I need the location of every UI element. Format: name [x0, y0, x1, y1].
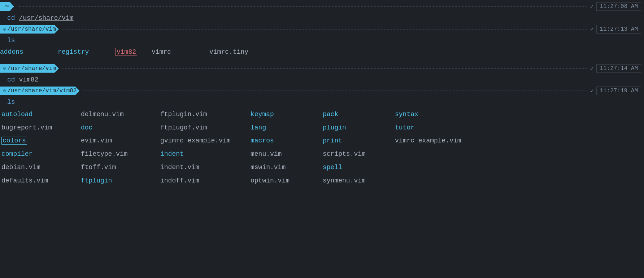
output-2: addons registry vim82 vimrc vimrc.tiny — [0, 45, 644, 62]
prompt-right-4: ✓ 11:27:19 AM — [590, 87, 641, 95]
prompt-bar-3: ⊘ /usr/share/vim ✓ 11:27:14 AM — [0, 62, 644, 75]
output-row-4-6: defaults.vim ftplugin indoff.vim optwin.… — [0, 174, 644, 187]
dotted-separator-1 — [18, 6, 587, 7]
item-doc: doc — [79, 122, 148, 134]
output-row-4-2: bugreport.vim doc ftplugof.vim lang plug… — [0, 121, 644, 134]
item-syntax: syntax — [393, 109, 420, 120]
dotted-separator-4 — [83, 91, 586, 91]
item-print: print — [321, 135, 383, 147]
item-tutor: tutor — [393, 122, 416, 134]
command-block-2: ⊘ /usr/share/vim ✓ 11:27:13 AM ls addons… — [0, 23, 644, 62]
item-evim: evim.vim — [79, 135, 148, 147]
circle-icon-4: ⊘ — [3, 88, 6, 94]
item-ftplugin-vim: ftplugin.vim — [159, 109, 238, 120]
path-prompt-4: ⊘ /usr/share/vim/vim82 — [0, 87, 79, 95]
item-plugin: plugin — [321, 122, 383, 134]
item-spell: spell — [321, 162, 383, 173]
item-scripts: scripts.vim — [321, 148, 383, 160]
item-vim82: vim82 — [116, 47, 137, 57]
cmd-text-3: cd — [7, 76, 15, 83]
output-row-2: addons registry vim82 vimrc vimrc.tiny — [0, 46, 644, 58]
item-indoff: indoff.vim — [159, 175, 238, 187]
output-row-4-5: debian.vim ftoff.vim indent.vim mswin.vi… — [0, 161, 644, 174]
item-debian: debian.vim — [0, 162, 69, 173]
checkmark-3: ✓ — [590, 65, 594, 72]
prompt-bar-4: ⊘ /usr/share/vim/vim82 ✓ 11:27:19 AM — [0, 85, 644, 97]
item-registry: registry — [58, 47, 101, 57]
item-keymap: keymap — [249, 109, 310, 120]
command-line-4: ls — [0, 97, 644, 107]
item-optwin: optwin.vim — [249, 175, 310, 187]
cmd-arg-1: /usr/share/vim — [19, 14, 73, 22]
item-mswin: mswin.vim — [249, 162, 310, 173]
path-text-3: /usr/share/vim — [7, 65, 56, 72]
tilde-icon: ~ — [0, 2, 14, 11]
item-compiler: compiler — [0, 148, 69, 160]
item-defaults: defaults.vim — [0, 175, 69, 187]
item-delmenu: delmenu.vim — [79, 109, 148, 120]
item-empty-6 — [393, 175, 396, 187]
timestamp-1: 11:27:08 AM — [596, 2, 641, 11]
item-bugreport: bugreport.vim — [0, 122, 69, 134]
prompt-bar-2: ⊘ /usr/share/vim ✓ 11:27:13 AM — [0, 23, 644, 35]
cmd-text-2: ls — [7, 37, 15, 44]
prompt-right-1: ✓ 11:27:08 AM — [590, 2, 641, 11]
item-autoload: autoload — [0, 109, 69, 120]
prompt-left-4: ⊘ /usr/share/vim/vim82 — [0, 87, 79, 95]
item-vimrc: vimrc — [152, 47, 195, 57]
prompt-right-3: ✓ 11:27:14 AM — [590, 64, 641, 73]
prompt-left-3: ⊘ /usr/share/vim — [0, 64, 59, 73]
path-prompt-3: ⊘ /usr/share/vim — [0, 64, 59, 73]
item-ftplugin-dir: ftplugin — [79, 175, 148, 187]
dotted-separator-3 — [62, 68, 587, 69]
command-line-3: cd vim82 — [0, 75, 644, 85]
output-row-4-4: compiler filetype.vim indent menu.vim sc… — [0, 147, 644, 161]
item-macros: macros — [249, 135, 310, 147]
item-ftplugof: ftplugof.vim — [159, 122, 238, 134]
output-row-4-1: autoload delmenu.vim ftplugin.vim keymap… — [0, 108, 644, 121]
command-block-3: ⊘ /usr/share/vim ✓ 11:27:14 AM cd vim82 — [0, 62, 644, 85]
command-block-4: ⊘ /usr/share/vim/vim82 ✓ 11:27:19 AM ls … — [0, 85, 644, 192]
terminal: ~ ✓ 11:27:08 AM cd /usr/share/vim ⊘ /usr… — [0, 0, 644, 278]
item-synmenu: synmenu.vim — [321, 175, 383, 187]
path-text-4: /usr/share/vim/vim82 — [7, 88, 77, 94]
item-vimrc-example: vimrc_example.vim — [393, 135, 463, 147]
item-lang: lang — [249, 122, 310, 134]
prompt-bar-1: ~ ✓ 11:27:08 AM — [0, 0, 644, 13]
timestamp-3: 11:27:14 AM — [596, 64, 641, 73]
path-prompt-2: ⊘ /usr/share/vim — [0, 25, 59, 34]
checkmark-2: ✓ — [590, 26, 594, 33]
prompt-right-2: ✓ 11:27:13 AM — [590, 25, 641, 34]
checkmark-4: ✓ — [590, 87, 594, 94]
item-gvimrc: gvimrc_example.vim — [159, 135, 238, 147]
item-indent: indent — [159, 148, 238, 160]
output-4: autoload delmenu.vim ftplugin.vim keymap… — [0, 107, 644, 192]
prompt-left-1: ~ — [0, 2, 14, 11]
item-indent-vim: indent.vim — [159, 162, 238, 173]
path-text-2: /usr/share/vim — [7, 26, 56, 32]
output-row-4-3: colors evim.vim gvimrc_example.vim macro… — [0, 134, 644, 147]
item-pack: pack — [321, 109, 383, 120]
item-ftoff: ftoff.vim — [79, 162, 148, 173]
item-empty-5 — [393, 162, 396, 173]
item-vimrc-tiny: vimrc.tiny — [209, 47, 253, 57]
cmd-text-1: cd — [7, 14, 15, 22]
item-empty-4 — [393, 148, 396, 160]
item-filetype: filetype.vim — [79, 148, 148, 160]
timestamp-4: 11:27:19 AM — [596, 87, 641, 95]
circle-icon-3: ⊘ — [3, 65, 6, 71]
checkmark-1: ✓ — [590, 3, 594, 10]
cmd-text-4: ls — [7, 98, 15, 106]
command-line-2: ls — [0, 35, 644, 45]
cmd-arg-3: vim82 — [19, 76, 38, 83]
command-block-1: ~ ✓ 11:27:08 AM cd /usr/share/vim — [0, 0, 644, 23]
item-menu: menu.vim — [249, 148, 310, 160]
item-colors: colors — [0, 135, 69, 147]
prompt-left-2: ⊘ /usr/share/vim — [0, 25, 59, 34]
timestamp-2: 11:27:13 AM — [596, 25, 641, 34]
circle-icon-2: ⊘ — [3, 26, 6, 32]
item-addons: addons — [0, 47, 43, 57]
command-line-1: cd /usr/share/vim — [0, 13, 644, 23]
dotted-separator-2 — [62, 29, 587, 30]
